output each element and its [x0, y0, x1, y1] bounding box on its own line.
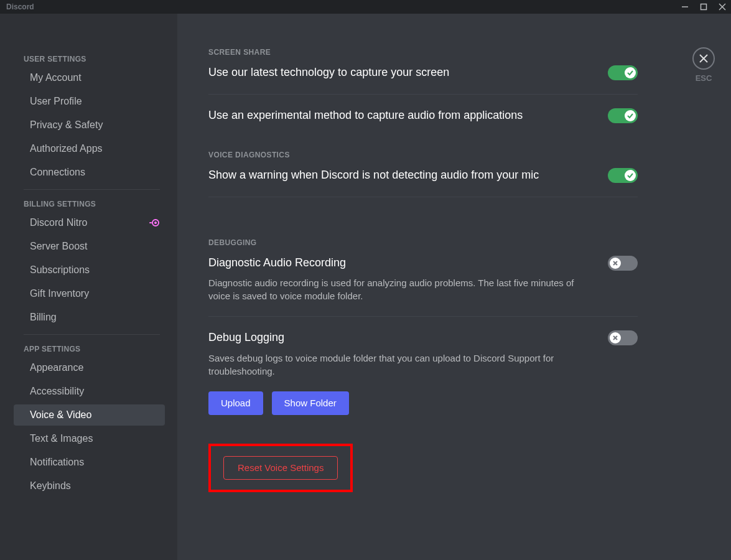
sidebar-item-label: Keybinds: [30, 480, 71, 492]
sidebar-item-privacy-safety[interactable]: Privacy & Safety: [11, 114, 166, 136]
sidebar-divider: [24, 334, 160, 335]
setting-description: Diagnostic audio recording is used for a…: [208, 276, 595, 302]
sidebar-item-label: Privacy & Safety: [30, 119, 103, 131]
sidebar-item-user-profile[interactable]: User Profile: [11, 91, 166, 112]
toggle-diagnostic-recording[interactable]: [608, 256, 638, 271]
sidebar-item-authorized-apps[interactable]: Authorized Apps: [11, 138, 166, 159]
reset-voice-settings-button[interactable]: Reset Voice Settings: [223, 456, 338, 480]
setting-title: Use our latest technology to capture you…: [208, 65, 449, 80]
setting-title: Diagnostic Audio Recording: [208, 256, 595, 270]
sidebar-item-notifications[interactable]: Notifications: [11, 452, 166, 473]
sidebar-item-server-boost[interactable]: Server Boost: [11, 236, 166, 257]
svg-rect-1: [701, 4, 707, 10]
divider: [208, 316, 638, 317]
sidebar-item-subscriptions[interactable]: Subscriptions: [11, 259, 166, 281]
setting-row-latest-capture: Use our latest technology to capture you…: [208, 65, 638, 80]
sidebar-item-label: Voice & Video: [30, 409, 91, 421]
close-settings-button[interactable]: [692, 47, 715, 70]
sidebar-item-text-images[interactable]: Text & Images: [11, 428, 166, 449]
sidebar-item-keybinds[interactable]: Keybinds: [11, 475, 166, 497]
sidebar-item-label: My Account: [30, 72, 81, 83]
setting-row-diagnostic-recording: Diagnostic Audio Recording Diagnostic au…: [208, 256, 638, 302]
show-folder-button[interactable]: Show Folder: [272, 391, 349, 415]
sidebar-item-label: Notifications: [30, 457, 84, 468]
sidebar-item-billing[interactable]: Billing: [11, 307, 166, 328]
divider: [208, 197, 638, 197]
sidebar-item-label: Appearance: [30, 362, 83, 373]
minimize-icon[interactable]: [681, 3, 689, 11]
sidebar-item-label: Text & Images: [30, 433, 93, 444]
sidebar-item-voice-video[interactable]: Voice & Video: [14, 404, 165, 426]
settings-content: SCREEN SHARE Use our latest technology t…: [177, 14, 731, 560]
close-settings: ESC: [692, 47, 715, 83]
maximize-icon[interactable]: [700, 3, 707, 11]
sidebar-item-label: Discord Nitro: [30, 217, 87, 228]
window-controls: [681, 3, 726, 11]
esc-label: ESC: [696, 73, 712, 83]
sidebar-item-label: User Profile: [30, 96, 82, 107]
settings-sidebar: USER SETTINGS My Account User Profile Pr…: [0, 14, 177, 560]
sidebar-item-label: Connections: [30, 167, 85, 178]
reset-highlight-box: Reset Voice Settings: [208, 444, 353, 492]
sidebar-item-label: Subscriptions: [30, 264, 90, 276]
sidebar-item-nitro[interactable]: Discord Nitro: [11, 212, 166, 233]
setting-row-debug-logging: Debug Logging Saves debug logs to voice …: [208, 330, 638, 377]
setting-row-mic-warning: Show a warning when Discord is not detec…: [208, 168, 638, 183]
toggle-latest-capture[interactable]: [608, 65, 638, 80]
nitro-badge-icon: [149, 218, 160, 227]
svg-point-5: [154, 222, 157, 224]
setting-title: Show a warning when Discord is not detec…: [208, 168, 539, 182]
setting-title: Use an experimental method to capture au…: [208, 108, 523, 123]
sidebar-item-label: Authorized Apps: [30, 143, 103, 154]
section-header-debugging: DEBUGGING: [208, 238, 638, 247]
sidebar-item-label: Server Boost: [30, 241, 87, 252]
sidebar-item-my-account[interactable]: My Account: [11, 67, 166, 88]
sidebar-group-user-settings: USER SETTINGS: [5, 51, 170, 67]
setting-description: Saves debug logs to voice module folder …: [208, 352, 595, 378]
titlebar: Discord: [0, 0, 731, 14]
sidebar-group-app-settings: APP SETTINGS: [5, 341, 170, 357]
close-window-icon[interactable]: [719, 3, 726, 11]
sidebar-group-billing-settings: BILLING SETTINGS: [5, 196, 170, 212]
sidebar-item-connections[interactable]: Connections: [11, 162, 166, 183]
setting-title: Debug Logging: [208, 330, 595, 345]
sidebar-item-label: Accessibility: [30, 386, 84, 397]
toggle-debug-logging[interactable]: [608, 330, 638, 345]
toggle-experimental-audio[interactable]: [608, 108, 638, 123]
sidebar-divider: [24, 189, 160, 190]
sidebar-item-label: Billing: [30, 312, 57, 323]
section-header-screen-share: SCREEN SHARE: [208, 48, 638, 57]
upload-button[interactable]: Upload: [208, 391, 263, 415]
setting-row-experimental-audio: Use an experimental method to capture au…: [208, 108, 638, 123]
section-header-voice-diagnostics: VOICE DIAGNOSTICS: [208, 151, 638, 159]
sidebar-item-appearance[interactable]: Appearance: [11, 357, 166, 378]
toggle-mic-warning[interactable]: [608, 168, 638, 183]
divider: [208, 94, 638, 95]
sidebar-item-label: Gift Inventory: [30, 288, 89, 299]
sidebar-item-gift-inventory[interactable]: Gift Inventory: [11, 283, 166, 304]
app-title: Discord: [6, 2, 34, 11]
sidebar-item-accessibility[interactable]: Accessibility: [11, 381, 166, 402]
